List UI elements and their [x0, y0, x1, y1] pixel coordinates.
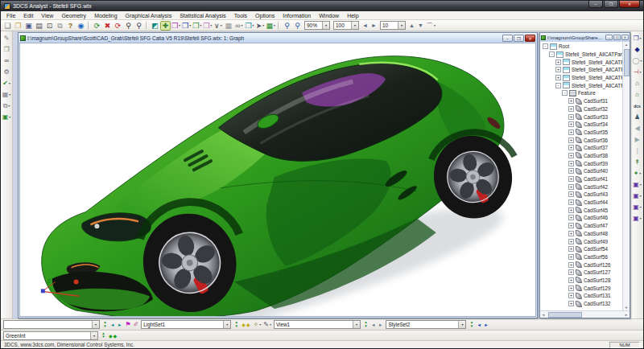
sep[interactable] [278, 21, 280, 30]
tree-restore-button[interactable]: ❐ [613, 35, 621, 40]
tree-expander-icon[interactable]: + [568, 223, 574, 228]
tree-expander-icon[interactable]: + [568, 153, 574, 158]
scroll-left-icon[interactable]: ◄ [540, 312, 547, 318]
report-page-icon[interactable]: ❐ [3, 45, 9, 54]
tree-expander-icon[interactable]: + [568, 184, 574, 190]
tree-title-bar[interactable]: I:\magnum\GroupShare... – ❐ ✕ [540, 33, 630, 42]
step-up-button[interactable]: ▲ [407, 21, 416, 30]
copy-icon[interactable]: ⧉ [55, 21, 65, 31]
menu-item[interactable]: Statistical Analysis [175, 11, 230, 20]
tree-expander-icon[interactable]: + [568, 269, 574, 275]
vertical-scroll-thumb[interactable] [624, 49, 630, 76]
selection-spinner[interactable]: ▲▼ [102, 321, 108, 328]
tree-row[interactable]: + CadSurf54 [540, 245, 622, 253]
tree-expander-icon[interactable]: + [568, 114, 574, 120]
flag-icon[interactable]: ⚑ [125, 321, 130, 328]
tree-expander-icon[interactable]: + [568, 207, 574, 213]
tree-expander-icon[interactable]: - [543, 43, 548, 49]
tree-row[interactable]: + CadSurf129 [540, 284, 622, 292]
tree-expander-icon[interactable]: - [549, 51, 555, 57]
menu-item[interactable]: View [37, 11, 57, 20]
tree-horizontal-scrollbar[interactable]: ◄ ► [540, 310, 630, 318]
open-icon[interactable]: ❐ [13, 21, 23, 31]
tree-expander-icon[interactable]: + [568, 176, 574, 182]
tree-expander-icon[interactable]: - [562, 90, 568, 96]
doc-minimize-button[interactable]: – [502, 35, 513, 42]
styleset-nav-arrows-icon[interactable]: ◄ ► [477, 322, 489, 327]
help-icon[interactable]: ? [65, 21, 76, 31]
menu-item[interactable]: Information [279, 11, 315, 20]
tree-row[interactable]: + CadSurf128 [540, 277, 622, 285]
pointer-icon[interactable]: ➤▾ [254, 21, 265, 31]
home-model-icon[interactable]: ⌂ [635, 90, 639, 99]
dcs-logo-icon[interactable]: dcs [634, 101, 641, 110]
scale-value-combo[interactable]: 100▾ [333, 21, 359, 30]
tree-expander-icon[interactable]: + [555, 60, 561, 65]
tree-expander-icon[interactable]: + [568, 138, 574, 143]
menu-item[interactable]: Graphical Analysis [122, 11, 176, 20]
lightset-combo[interactable]: LightSet1▾ [141, 320, 231, 329]
tree-row[interactable]: + CadSurf33 [540, 113, 622, 121]
delete-icon[interactable]: ✖ [102, 21, 113, 31]
view-nav-arrows-icon[interactable]: ◄ ► [371, 322, 383, 327]
zoom-out-icon[interactable]: ⚲ [292, 21, 303, 31]
tolerance-icon[interactable]: ∞▾ [233, 21, 244, 31]
tree-expander-icon[interactable]: + [568, 121, 574, 127]
marker-icon[interactable]: ✐ [134, 321, 139, 328]
tree-row[interactable]: + Stefeli_Stefeli_AllCATPart [540, 74, 622, 82]
view-spinner[interactable]: ▲▼ [363, 321, 369, 328]
tree-row[interactable]: + CadSurf32 [540, 105, 622, 113]
sep[interactable] [88, 21, 90, 30]
tree-expander-icon[interactable]: + [568, 293, 574, 298]
move-grid-icon[interactable]: ✚ [160, 21, 171, 31]
maximize-button[interactable]: ❐ [604, 1, 618, 8]
tree-expander-icon[interactable]: + [568, 98, 574, 104]
simulation-icon[interactable]: ▣▾ [633, 191, 642, 200]
image-capture-icon[interactable]: ▣▾ [2, 113, 11, 121]
person-icon[interactable]: ♟ [634, 113, 640, 121]
scroll-up-icon[interactable]: ▲ [623, 42, 630, 47]
tree-row[interactable]: + CadSurf31 [540, 97, 622, 105]
tree-expander-icon[interactable]: + [568, 161, 574, 166]
3d-viewport[interactable]: Z [19, 43, 536, 317]
binoculars-icon[interactable]: ∞ [4, 56, 9, 65]
tree-row[interactable]: - Stefeli_Stefeli_AllCATPart [540, 51, 622, 59]
selection-nav-arrows-icon[interactable]: ◄ ► [110, 322, 122, 327]
tree-row[interactable]: + CadSurf35 [540, 129, 622, 137]
tree-row[interactable]: + CadSurf40 [540, 167, 622, 175]
tree-row[interactable]: - Stefeli_Stefeli_AllCATPart [540, 81, 622, 89]
tree-expander-icon[interactable]: + [568, 199, 574, 205]
menu-item[interactable]: Geometry [57, 11, 90, 20]
tree-row[interactable]: + CadSurf47 [540, 222, 622, 230]
tree-expander-icon[interactable]: + [568, 145, 574, 150]
tree-expander-icon[interactable]: + [568, 168, 574, 174]
tree-row[interactable]: + CadSurf41 [540, 175, 622, 183]
tree-expander-icon[interactable]: + [568, 106, 574, 112]
tree-vertical-scrollbar[interactable]: ▲ ▼ [622, 42, 630, 310]
curve-tool-icon[interactable]: ⌒▾ [425, 21, 436, 31]
print-icon[interactable]: ▤ [34, 21, 44, 31]
styleset-combo[interactable]: StyleSet2▾ [386, 320, 466, 329]
tree-row[interactable]: + CadSurf36 [540, 136, 622, 144]
tree-row[interactable]: + CadSurf46 [540, 214, 622, 222]
reanalyze-icon[interactable]: ⟳ [113, 21, 123, 31]
grid-icon[interactable]: ▦▾ [2, 90, 11, 99]
document-title-bar[interactable]: I:\magnum\GroupShare\Scott\CAD_Grab\Stef… [19, 33, 537, 43]
tree-row[interactable]: + CadSurf48 [540, 230, 622, 238]
menu-item[interactable]: Edit [19, 11, 37, 20]
save-icon[interactable]: ▣ [23, 21, 34, 31]
next-button[interactable]: ► [369, 21, 378, 30]
divider-icon[interactable]: ∣ [636, 146, 639, 155]
tree-row[interactable]: + CadSurf56 [540, 253, 622, 261]
tree-row[interactable]: + CadSurf132 [540, 300, 622, 308]
tree-row[interactable]: + CadSurf45 [540, 206, 622, 214]
teal-part-icon[interactable]: ❒▾ [244, 21, 254, 31]
tree-expander-icon[interactable]: + [568, 277, 574, 283]
doc-close-button[interactable]: ✕ [525, 35, 535, 42]
step-value-combo[interactable]: 10▾ [380, 21, 406, 30]
tree-row[interactable]: + CadSurf131 [540, 292, 622, 300]
tree-row[interactable]: - Feature [540, 89, 622, 97]
tree-row[interactable]: + CadSurf49 [540, 237, 622, 245]
step-down-button[interactable]: ▼ [416, 21, 425, 30]
zoom-window-icon[interactable]: ⚲ [123, 21, 134, 31]
